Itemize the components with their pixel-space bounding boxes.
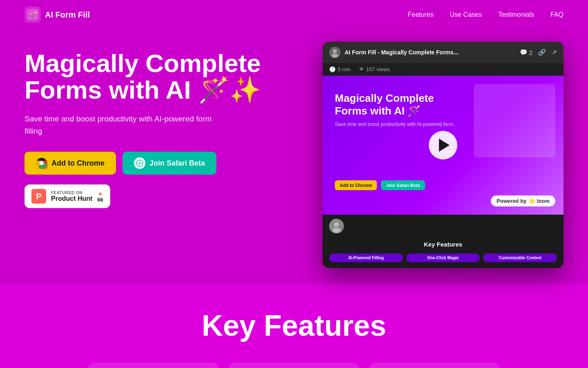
join-safari-button[interactable]: Join Safari Beta [122, 152, 216, 175]
video-inner-right [474, 84, 555, 157]
link-button[interactable]: 🔗 [538, 49, 546, 56]
vid-chrome-btn[interactable]: Add to Chrome [335, 180, 377, 190]
svg-point-12 [334, 222, 339, 227]
svg-point-4 [40, 161, 44, 165]
ph-name: Product Hunt [51, 195, 92, 202]
play-icon [439, 139, 450, 152]
video-views: 👁 107 views [359, 66, 390, 72]
video-inner-sub: Save time and boost productivity with AI… [335, 121, 457, 127]
ph-count: 66 [97, 197, 103, 203]
feature-pill-2: Customizable Context [483, 254, 557, 262]
safari-icon [134, 157, 145, 169]
feature-pill-0: AI-Powered Filling [329, 254, 403, 262]
product-hunt-badge[interactable]: P FEATURED ON Product Hunt ▲ 66 [24, 184, 110, 208]
brand-name: AI Form Fill [45, 10, 90, 20]
video-thumbnail[interactable]: Magically Complete Forms with AI 🪄 Save … [323, 76, 564, 215]
ph-arrow-icon: ▲ [98, 190, 103, 196]
link-icon: 🔗 [538, 49, 546, 56]
loom-badge: Powered by 🌟 loom [491, 195, 555, 206]
external-link-button[interactable]: ↗ [552, 49, 557, 56]
features-pills: AI-Powered Filling One-Click Magic Custo… [323, 251, 564, 268]
video-inner-buttons: Add to Chrome Join Safari Beta [335, 180, 425, 190]
eye-icon: 👁 [359, 66, 364, 72]
svg-point-10 [332, 54, 338, 58]
comment-button[interactable]: 💬 2 [520, 49, 532, 56]
nav-testimonials[interactable]: Testimonials [498, 11, 534, 18]
video-topbar-actions: 💬 2 🔗 ↗ [520, 49, 557, 56]
ph-upvote: ▲ 66 [97, 190, 103, 203]
svg-point-13 [332, 228, 341, 233]
svg-text:🪄: 🪄 [29, 11, 38, 20]
safari-button-label: Join Safari Beta [149, 159, 205, 168]
hero-title: Magically Complete Forms with AI 🪄✨ [24, 50, 261, 103]
hero-title-emoji: 🪄✨ [198, 76, 261, 104]
svg-point-9 [333, 49, 337, 53]
ph-featured-on: FEATURED ON [51, 191, 92, 195]
nav-faq[interactable]: FAQ [550, 11, 564, 18]
video-container: AI Form Fill - Magically Complete Forms.… [323, 42, 564, 268]
comment-count: 2 [529, 49, 532, 56]
video-avatar [329, 47, 341, 58]
video-topbar-left: AI Form Fill - Magically Complete Forms.… [329, 47, 459, 58]
video-meta: 🕐 5 min 👁 107 views [323, 63, 564, 76]
chrome-icon [36, 157, 47, 169]
video-key-features-label: Key Features [323, 238, 564, 251]
hero-subtitle: Save time and boost productivity with AI… [24, 113, 220, 137]
loom-powered-label: Powered by [497, 198, 526, 204]
hero-buttons: Add to Chrome Join Safari Beta [24, 152, 261, 175]
nav-use-cases[interactable]: Use Cases [450, 11, 482, 18]
vid-safari-btn[interactable]: Join Safari Beta [381, 180, 425, 190]
key-features-title: Key Features [24, 309, 564, 342]
play-button[interactable] [429, 131, 457, 159]
nav-links: Features Use Cases Testimonials FAQ [408, 11, 564, 18]
navbar: 🪄 AI Form Fill Features Use Cases Testim… [0, 0, 588, 29]
video-inner-content: Magically Complete Forms with AI 🪄 Save … [335, 92, 457, 127]
comment-icon: 💬 [520, 49, 528, 56]
nav-logo[interactable]: 🪄 AI Form Fill [24, 7, 90, 23]
chrome-button-label: Add to Chrome [51, 159, 105, 168]
external-link-icon: ↗ [552, 49, 557, 56]
hero-section: Magically Complete Forms with AI 🪄✨ Save… [0, 29, 588, 284]
hero-right: AI Form Fill - Magically Complete Forms.… [323, 42, 564, 268]
product-hunt-text: FEATURED ON Product Hunt [51, 191, 92, 202]
video-title: AI Form Fill - Magically Complete Forms.… [345, 49, 459, 56]
key-features-section: Key Features [0, 284, 588, 368]
feature-card-3 [369, 363, 500, 368]
video-user-row [323, 215, 564, 238]
add-to-chrome-button[interactable]: Add to Chrome [24, 152, 116, 175]
video-inner-title: Magically Complete Forms with AI 🪄 [335, 92, 457, 117]
hero-left: Magically Complete Forms with AI 🪄✨ Save… [24, 42, 261, 208]
features-grid [24, 363, 564, 368]
product-hunt-icon: P [31, 189, 46, 204]
video-duration: 🕐 5 min [329, 66, 351, 72]
video-topbar: AI Form Fill - Magically Complete Forms.… [323, 42, 564, 63]
clock-icon: 🕐 [329, 66, 336, 72]
loom-label: 🌟 loom [529, 198, 550, 204]
feature-pill-1: One-Click Magic [406, 254, 480, 262]
nav-features[interactable]: Features [408, 11, 434, 18]
feature-card-1 [88, 363, 219, 368]
user-avatar [329, 219, 344, 233]
logo-icon: 🪄 [24, 7, 41, 23]
feature-card-2 [229, 363, 359, 368]
